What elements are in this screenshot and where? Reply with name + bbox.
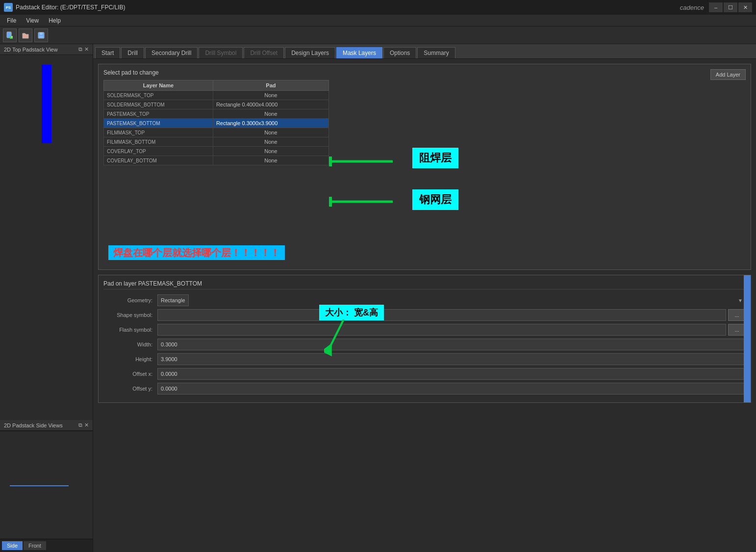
width-input[interactable] [157,339,746,350]
geometry-label: Geometry: [103,297,157,303]
table-row[interactable]: PASTEMASK_TOP None [104,109,329,119]
window-controls: – ☐ ✕ [709,2,752,12]
main-layout: 2D Top Padstack View ⧉ ✕ 2D Padstack Sid… [0,44,756,552]
side-view-line [10,485,69,486]
tab-mask-layers[interactable]: Mask Layers [336,47,382,58]
shape-symbol-browse-button[interactable]: ... [728,309,746,321]
geometry-select-wrap[interactable]: Rectangle [157,294,746,306]
height-label: Height: [103,356,157,362]
side-view-canvas [0,431,93,539]
layer-name-cell: COVERLAY_BOTTOM [104,156,213,165]
left-panel: 2D Top Padstack View ⧉ ✕ 2D Padstack Sid… [0,44,93,552]
front-tab[interactable]: Front [24,541,46,550]
maximize-button[interactable]: ☐ [724,2,737,12]
menubar: File View Help [0,15,756,26]
arrow-pastemask [329,197,393,207]
layer-name-cell: PASTEMASK_TOP [104,109,213,119]
top-view-title-bar: 2D Top Padstack View ⧉ ✕ [0,44,93,55]
svg-rect-4 [40,32,43,35]
svg-line-11 [327,319,344,354]
paste-mask-annotation: 钢网层 [412,189,458,210]
undock-side-icon[interactable]: ⧉ [78,422,82,428]
size-annotation: 大小： 宽&高 [319,305,384,320]
pad-cell: None [213,128,328,137]
side-view-controls: ⧉ ✕ [78,422,89,428]
menu-help[interactable]: Help [44,15,66,26]
shape-symbol-row: Shape symbol: ... [103,309,746,321]
table-row[interactable]: FILMMASK_BOTTOM None [104,137,329,147]
tab-secondary-drill[interactable]: Secondary Drill [145,47,198,58]
height-row: Height: [103,353,746,365]
arrow-soldermask [329,157,393,166]
tab-bar: Start Drill Secondary Drill Drill Symbol… [93,44,756,59]
minimize-button[interactable]: – [709,2,723,12]
layer-name-cell: FILMMASK_BOTTOM [104,137,213,147]
open-button[interactable] [19,28,32,42]
menu-file[interactable]: File [2,15,21,26]
select-pad-title: Select pad to change [103,69,746,76]
table-row[interactable]: FILMMASK_TOP None [104,128,329,137]
layer-name-cell: SOLDERMASK_TOP [104,91,213,100]
pad-cell: Rectangle 0.3000x3.9000 [213,119,328,128]
offset-y-row: Offset y: [103,383,746,394]
flash-symbol-input[interactable] [157,324,726,336]
flash-symbol-browse-button[interactable]: ... [728,324,746,336]
toolbar: + [0,26,756,44]
offset-y-input[interactable] [157,383,746,394]
side-view-title-bar: 2D Padstack Side Views ⧉ ✕ [0,420,93,431]
undock-icon[interactable]: ⧉ [78,46,82,53]
pad-cell: None [213,109,328,119]
shape-symbol-label: Shape symbol: [103,312,157,318]
offset-x-label: Offset x: [103,371,157,377]
titlebar: PS Padstack Editor: (E:/DPT/TEST_FPC/LIB… [0,0,756,15]
table-row-selected[interactable]: PASTEMASK_BOTTOM Rectangle 0.3000x3.9000 [104,119,329,128]
right-accent-bar [744,275,751,402]
menu-view[interactable]: View [21,15,44,26]
table-row[interactable]: COVERLAY_BOTTOM None [104,156,329,165]
app-icon: PS [4,3,13,12]
close-side-icon[interactable]: ✕ [84,422,89,428]
table-row[interactable]: COVERLAY_TOP None [104,147,329,156]
tab-drill[interactable]: Drill [121,47,144,58]
tab-summary[interactable]: Summary [417,47,455,58]
geometry-select[interactable]: Rectangle [157,294,189,306]
close-button[interactable]: ✕ [738,2,752,12]
add-layer-button[interactable]: Add Layer [710,69,746,80]
side-tab[interactable]: Side [2,541,23,550]
app-title: Padstack Editor: (E:/DPT/TEST_FPC/LIB) [16,4,125,11]
tab-design-layers[interactable]: Design Layers [285,47,335,58]
layer-name-cell: FILMMASK_TOP [104,128,213,137]
tab-options[interactable]: Options [383,47,416,58]
svg-text:+: + [11,35,13,39]
height-input[interactable] [157,353,746,365]
view-tabs: Side Front [0,539,93,552]
close-panel-icon[interactable]: ✕ [84,46,89,53]
geometry-row: Geometry: Rectangle [103,294,746,306]
shape-symbol-input[interactable] [157,309,726,321]
tab-start[interactable]: Start [95,47,120,58]
table-row[interactable]: SOLDERMASK_BOTTOM Rectangle 0.4000x4.000… [104,100,329,109]
pad-select-overlay-area: Select pad to change Add Layer Layer Nam… [98,64,751,270]
save-button[interactable] [34,28,48,42]
new-button[interactable]: + [3,28,17,42]
top-view-canvas [0,55,93,420]
offset-x-input[interactable] [157,368,746,380]
top-view-label: 2D Top Padstack View [4,47,58,53]
pad-cell: None [213,137,328,147]
pad-blue-rectangle [42,65,51,143]
content-panel: Start Drill Secondary Drill Drill Symbol… [93,44,756,552]
col-pad: Pad [213,80,328,91]
svg-rect-5 [39,36,43,38]
layer-name-cell: PASTEMASK_BOTTOM [104,119,213,128]
form-area: Pad on layer PASTEMASK_BOTTOM 大小： 宽&高 [98,275,751,403]
flash-symbol-row: Flash symbol: ... [103,324,746,336]
tab-drill-symbol: Drill Symbol [199,47,243,58]
tab-drill-offset: Drill Offset [244,47,284,58]
offset-y-label: Offset y: [103,386,157,392]
pad-cell: Rectangle 0.4000x4.0000 [213,100,328,109]
top-view-controls: ⧉ ✕ [78,46,89,53]
table-row[interactable]: SOLDERMASK_TOP None [104,91,329,100]
form-title: Pad on layer PASTEMASK_BOTTOM [103,280,746,289]
width-label: Width: [103,342,157,347]
flash-symbol-label: Flash symbol: [103,327,157,333]
